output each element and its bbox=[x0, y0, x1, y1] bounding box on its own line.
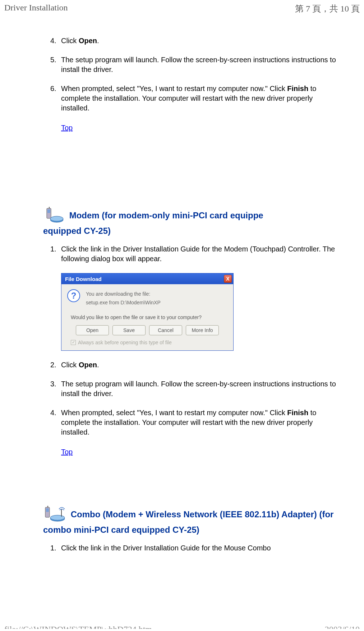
dialog-file-text: You are downloading the file: setup.exe … bbox=[86, 289, 161, 307]
dialog-titlebar: File Download X bbox=[61, 273, 233, 284]
more-info-button[interactable]: More Info bbox=[186, 325, 219, 335]
footer-file-path: file://C:\WINDOWS\TEMP\~hhD724.htm bbox=[4, 625, 152, 629]
step-text: Click Open. bbox=[61, 360, 339, 370]
step-number: 6. bbox=[43, 84, 61, 113]
steps-modem-cont: 2. Click Open. 3. The setup program will… bbox=[43, 360, 339, 437]
step-number: 1. bbox=[43, 244, 61, 264]
header-title: Driver Installation bbox=[4, 3, 68, 14]
header-pageinfo: 第 7 頁，共 10 頁 bbox=[295, 3, 360, 14]
step-text: Click Open. bbox=[61, 36, 339, 46]
steps-modem: 1. Click the link in the Driver Installa… bbox=[43, 244, 339, 264]
section-title-combo: Combo (Modem + Wireless Network (IEEE 80… bbox=[43, 506, 339, 535]
step-text: When prompted, select "Yes, I want to re… bbox=[61, 408, 339, 437]
modem-icon bbox=[43, 207, 65, 225]
file-download-dialog: File Download X ? You are downloading th… bbox=[61, 273, 234, 351]
page-footer: file://C:\WINDOWS\TEMP\~hhD724.htm 2003/… bbox=[0, 622, 364, 629]
modem-step-2: 2. Click Open. bbox=[43, 360, 339, 370]
svg-rect-7 bbox=[47, 506, 48, 507]
footer-date: 2003/6/10 bbox=[325, 625, 360, 629]
always-ask-checkbox-row: ✓ Always ask before opening this type of… bbox=[71, 340, 227, 345]
page-content: 4. Click Open. 5. The setup program will… bbox=[0, 14, 364, 553]
dialog-buttons: Open Save Cancel More Info bbox=[67, 325, 227, 335]
save-button[interactable]: Save bbox=[112, 325, 146, 335]
step-number: 5. bbox=[43, 55, 61, 74]
step-4: 4. Click Open. bbox=[43, 36, 339, 46]
step-6: 6. When prompted, select "Yes, I want to… bbox=[43, 84, 339, 113]
steps-top: 4. Click Open. 5. The setup program will… bbox=[43, 36, 339, 113]
section-combo: Combo (Modem + Wireless Network (IEEE 80… bbox=[43, 506, 339, 553]
step-text: When prompted, select "Yes, I want to re… bbox=[61, 84, 339, 113]
modem-step-1: 1. Click the link in the Driver Installa… bbox=[43, 244, 339, 264]
svg-rect-1 bbox=[47, 209, 50, 213]
steps-combo: 1. Click the link in the Driver Installa… bbox=[43, 543, 339, 553]
combo-step-1: 1. Click the link in the Driver Installa… bbox=[43, 543, 339, 553]
dialog-prompt: Would you like to open the file or save … bbox=[71, 314, 227, 320]
combo-icon bbox=[43, 506, 66, 524]
svg-rect-10 bbox=[61, 509, 62, 517]
svg-point-9 bbox=[50, 515, 65, 520]
step-number: 4. bbox=[43, 36, 61, 46]
step-text: Click the link in the Driver Installatio… bbox=[61, 543, 339, 553]
page-header: Driver Installation 第 7 頁，共 10 頁 bbox=[0, 0, 364, 14]
cancel-button[interactable]: Cancel bbox=[149, 325, 182, 335]
step-text: The setup program will launch. Follow th… bbox=[61, 55, 339, 74]
modem-step-4: 4. When prompted, select "Yes, I want to… bbox=[43, 408, 339, 437]
step-text: Click the link in the Driver Installatio… bbox=[61, 244, 339, 264]
dialog-title: File Download bbox=[65, 276, 102, 282]
svg-rect-6 bbox=[46, 508, 49, 512]
close-icon[interactable]: X bbox=[224, 275, 232, 283]
step-number: 2. bbox=[43, 360, 61, 370]
top-link[interactable]: Top bbox=[61, 448, 73, 456]
svg-rect-2 bbox=[49, 207, 50, 208]
checkbox-label: Always ask before opening this type of f… bbox=[78, 340, 172, 345]
svg-point-4 bbox=[50, 216, 63, 221]
checkbox-icon[interactable]: ✓ bbox=[71, 340, 76, 345]
step-number: 4. bbox=[43, 408, 61, 437]
step-number: 1. bbox=[43, 543, 61, 553]
open-button[interactable]: Open bbox=[76, 325, 109, 335]
question-icon: ? bbox=[67, 289, 80, 302]
top-link[interactable]: Top bbox=[61, 124, 73, 132]
modem-step-3: 3. The setup program will launch. Follow… bbox=[43, 379, 339, 399]
section-title-modem: Modem (for modem-only mini-PCI card equi… bbox=[43, 207, 339, 236]
section-modem: Modem (for modem-only mini-PCI card equi… bbox=[43, 207, 339, 456]
step-number: 3. bbox=[43, 379, 61, 399]
step-text: The setup program will launch. Follow th… bbox=[61, 379, 339, 399]
step-5: 5. The setup program will launch. Follow… bbox=[43, 55, 339, 74]
